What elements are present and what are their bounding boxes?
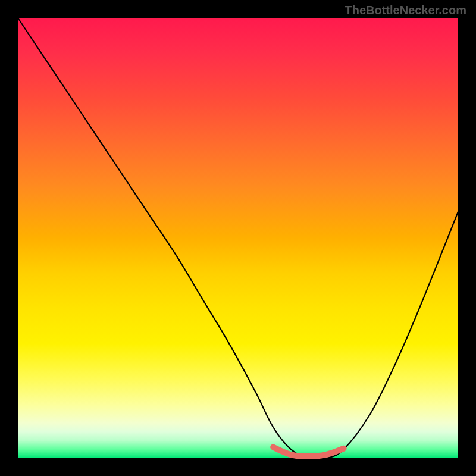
chart-frame: TheBottleNecker.com — [0, 0, 476, 476]
plot-area — [18, 18, 458, 458]
watermark-text: TheBottleNecker.com — [345, 4, 466, 17]
curve-svg — [18, 18, 458, 458]
bottleneck-curve-path — [18, 18, 458, 459]
optimal-zone-path — [273, 447, 343, 457]
